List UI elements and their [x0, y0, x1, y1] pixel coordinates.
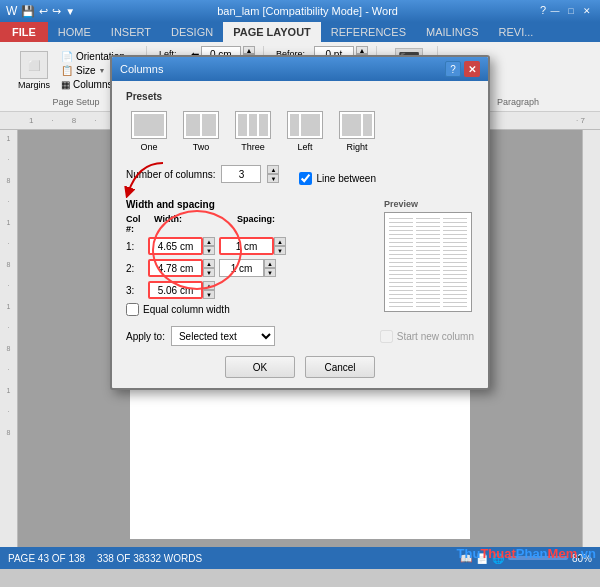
zoom-slider[interactable] — [508, 556, 568, 560]
preset-two-icon — [183, 111, 219, 139]
col3-label: 3: — [126, 285, 144, 296]
tab-home[interactable]: HOME — [48, 22, 101, 42]
apply-row: Apply to: Selected text Whole document T… — [126, 326, 474, 346]
preset-one-col — [134, 114, 164, 136]
columns-icon: ▦ — [61, 79, 70, 90]
num-cols-up[interactable]: ▲ — [267, 165, 279, 174]
col1-width-up[interactable]: ▲ — [203, 237, 215, 246]
num-cols-section: Number of columns: ▲ ▼ Line between — [126, 165, 474, 191]
indent-left-up[interactable]: ▲ — [243, 46, 255, 54]
col2-width-down[interactable]: ▼ — [203, 268, 215, 277]
preset-left-label: Left — [297, 142, 312, 152]
preview-col-1 — [389, 217, 413, 307]
preset-two[interactable]: Two — [178, 108, 224, 155]
preview-label: Preview — [384, 199, 474, 209]
col2-spacing-down[interactable]: ▼ — [264, 268, 276, 277]
col2-spacing-up[interactable]: ▲ — [264, 259, 276, 268]
preset-one[interactable]: One — [126, 108, 172, 155]
dialog-buttons: OK Cancel — [126, 356, 474, 378]
cancel-button[interactable]: Cancel — [305, 356, 375, 378]
preset-left[interactable]: Left — [282, 108, 328, 155]
col1-width-down[interactable]: ▼ — [203, 246, 215, 255]
col3-width-down[interactable]: ▼ — [203, 290, 215, 299]
tab-review[interactable]: REVI... — [489, 22, 544, 42]
window-controls: ? — □ ✕ — [540, 4, 594, 18]
zoom-level: 80% — [572, 553, 592, 564]
num-cols-down[interactable]: ▼ — [267, 174, 279, 183]
col3-width-up[interactable]: ▲ — [203, 281, 215, 290]
view-icon-read[interactable]: 📖 — [460, 553, 472, 564]
col1-row: 1: ▲ ▼ ▲ ▼ — [126, 237, 378, 255]
words-info: 338 OF 38332 WORDS — [97, 553, 202, 564]
view-icon-print[interactable]: 📄 — [476, 553, 488, 564]
preset-three-col1 — [238, 114, 247, 136]
tab-file[interactable]: FILE — [0, 22, 48, 42]
num-cols-label: Number of columns: — [126, 169, 215, 180]
num-cols-input[interactable] — [221, 165, 261, 183]
preset-three[interactable]: Three — [230, 108, 276, 155]
tab-page-layout[interactable]: PAGE LAYOUT — [223, 22, 321, 42]
dialog-title-text: Columns — [120, 63, 163, 75]
preview-col-2 — [416, 217, 440, 307]
col3-width-wrap: ▲ ▼ — [148, 281, 215, 299]
apply-select[interactable]: Selected text Whole document This sectio… — [171, 326, 275, 346]
ws-header-label: Width and spacing — [126, 199, 378, 210]
ruler-7: 7 — [581, 116, 585, 125]
quick-access-redo[interactable]: ↪ — [52, 5, 61, 18]
start-new-col-checkbox[interactable] — [380, 330, 393, 343]
col1-width-wrap: ▲ ▼ — [148, 237, 215, 255]
col1-spacing-input[interactable] — [219, 237, 274, 255]
ribbon-tabs: FILE HOME INSERT DESIGN PAGE LAYOUT REFE… — [0, 22, 600, 42]
orientation-icon: 📄 — [61, 51, 73, 62]
tab-insert[interactable]: INSERT — [101, 22, 161, 42]
col2-width-up[interactable]: ▲ — [203, 259, 215, 268]
dialog-help-btn[interactable]: ? — [445, 61, 461, 77]
presets-row: One Two Three — [126, 108, 474, 155]
start-col-row: Start new column — [380, 330, 474, 343]
preview-col-3 — [443, 217, 467, 307]
close-btn[interactable]: ✕ — [580, 4, 594, 18]
tab-references[interactable]: REFERENCES — [321, 22, 416, 42]
col1-spacing-up[interactable]: ▲ — [274, 237, 286, 246]
col2-width-spinner: ▲ ▼ — [203, 259, 215, 277]
col2-width-input[interactable] — [148, 259, 203, 277]
columns-label: Columns — [73, 79, 112, 90]
customize-btn[interactable]: ▼ — [65, 6, 75, 17]
quick-access-save[interactable]: 💾 — [21, 5, 35, 18]
line-between-row: Line between — [299, 172, 376, 185]
margins-label: Margins — [18, 80, 50, 90]
col1-width-input[interactable] — [148, 237, 203, 255]
dialog-title-buttons: ? ✕ — [445, 61, 480, 77]
view-icon-web[interactable]: 🌐 — [492, 553, 504, 564]
preset-right[interactable]: Right — [334, 108, 380, 155]
spacing-before-up[interactable]: ▲ — [356, 46, 368, 54]
equal-col-label: Equal column width — [143, 304, 230, 315]
preset-two-col1 — [186, 114, 200, 136]
ok-button[interactable]: OK — [225, 356, 295, 378]
title-bar: W 💾 ↩ ↪ ▼ ban_lam [Compatibility Mode] -… — [0, 0, 600, 22]
col1-spacing-down[interactable]: ▼ — [274, 246, 286, 255]
preset-three-icon — [235, 111, 271, 139]
tab-design[interactable]: DESIGN — [161, 22, 223, 42]
line-between-checkbox[interactable] — [299, 172, 312, 185]
apply-label: Apply to: — [126, 331, 165, 342]
col-hash-label: Col #: — [126, 214, 146, 234]
num-cols-spinner: ▲ ▼ — [267, 165, 279, 183]
col2-spacing-input[interactable] — [219, 259, 264, 277]
dialog-close-btn[interactable]: ✕ — [464, 61, 480, 77]
ws-col-headers: Col #: Width: Spacing: — [126, 214, 378, 234]
equal-col-checkbox[interactable] — [126, 303, 139, 316]
col2-row: 2: ▲ ▼ ▲ ▼ — [126, 259, 378, 277]
preset-one-label: One — [140, 142, 157, 152]
line-between-label: Line between — [316, 173, 376, 184]
quick-access-undo[interactable]: ↩ — [39, 5, 48, 18]
minimize-btn[interactable]: — — [548, 4, 562, 18]
margins-button[interactable]: ⬜ Margins — [14, 49, 54, 92]
ws-section-left: Width and spacing Col #: Width: Spacing:… — [126, 199, 378, 326]
tab-mailings[interactable]: MAILINGS — [416, 22, 489, 42]
col3-width-input[interactable] — [148, 281, 203, 299]
preset-left-col2 — [301, 114, 320, 136]
help-btn[interactable]: ? — [540, 4, 546, 18]
preset-one-icon — [131, 111, 167, 139]
maximize-btn[interactable]: □ — [564, 4, 578, 18]
